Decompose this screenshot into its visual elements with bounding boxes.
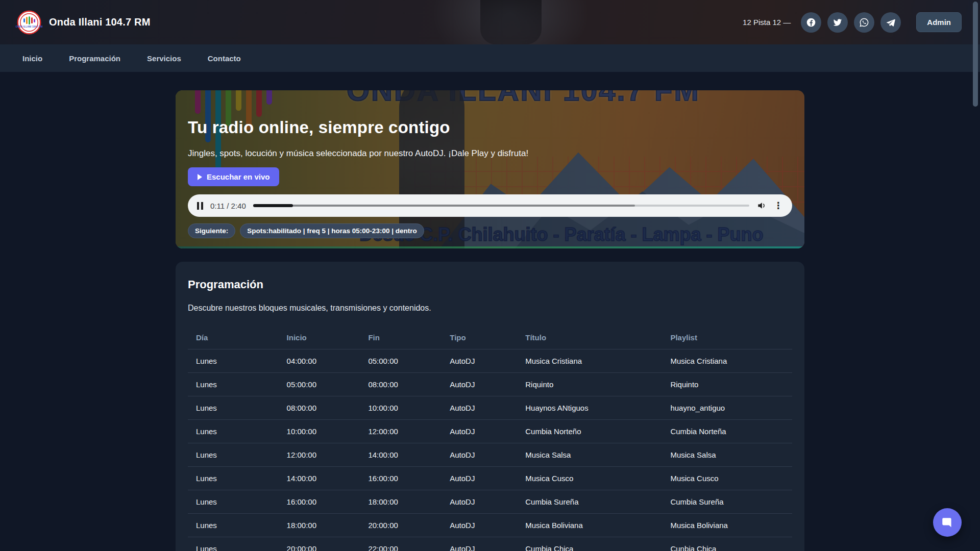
table-cell: Cunbia Chica xyxy=(662,537,792,551)
table-cell: 10:00:00 xyxy=(279,420,360,443)
table-cell: Musica Cristiana xyxy=(517,349,662,373)
table-cell: AutoDJ xyxy=(442,420,517,443)
table-row: Lunes16:00:0018:00:00AutoDJCumbia Sureña… xyxy=(188,490,792,514)
player-played-bar xyxy=(253,204,293,207)
table-cell: AutoDJ xyxy=(442,467,517,490)
table-cell: 16:00:00 xyxy=(360,467,442,490)
table-cell: Lunes xyxy=(188,514,279,537)
next-info-badge: Spots:habilitado | freq 5 | horas 05:00-… xyxy=(240,223,424,238)
table-cell: Lunes xyxy=(188,443,279,467)
schedule-subtitle: Descubre nuestros bloques musicales, tra… xyxy=(188,304,792,313)
table-cell: Cumbia Chica xyxy=(517,537,662,551)
nav-item-programacion[interactable]: Programación xyxy=(69,54,120,63)
table-cell: 05:00:00 xyxy=(279,373,360,396)
hero-title: Tu radio online, siempre contigo xyxy=(188,118,792,137)
table-cell: 14:00:00 xyxy=(279,467,360,490)
equalizer-logo-icon xyxy=(23,16,35,24)
table-cell: AutoDJ xyxy=(442,396,517,420)
table-cell: Musica Cusco xyxy=(517,467,662,490)
facebook-icon xyxy=(806,17,816,28)
audio-player[interactable]: 0:11 / 2:40 ⋮ xyxy=(188,194,792,217)
site-title: Onda Illani 104.7 RM xyxy=(49,16,151,28)
column-header: Inicio xyxy=(279,327,360,349)
table-row: Lunes12:00:0014:00:00AutoDJMusica SalsaM… xyxy=(188,443,792,467)
player-menu-icon[interactable]: ⋮ xyxy=(774,201,783,210)
table-cell: Lunes xyxy=(188,467,279,490)
scrollbar[interactable] xyxy=(973,2,978,107)
now-playing-ticker: 12 Pista 12 — xyxy=(743,18,791,27)
schedule-section: Programación Descubre nuestros bloques m… xyxy=(176,262,804,551)
table-cell: Lunes xyxy=(188,420,279,443)
brand: ONDA ILLANI 104.7 FM Onda Illani 104.7 R… xyxy=(18,12,151,33)
table-cell: 14:00:00 xyxy=(360,443,442,467)
table-cell: 10:00:00 xyxy=(360,396,442,420)
table-cell: 08:00:00 xyxy=(360,373,442,396)
table-cell: Musica Cristiana xyxy=(662,349,792,373)
table-cell: AutoDJ xyxy=(442,537,517,551)
hero-content: Tu radio online, siempre contigo Jingles… xyxy=(176,90,804,186)
volume-icon[interactable] xyxy=(756,201,767,211)
pause-button[interactable] xyxy=(197,202,203,210)
table-cell: 22:00:00 xyxy=(360,537,442,551)
table-cell: 12:00:00 xyxy=(279,443,360,467)
table-row: Lunes18:00:0020:00:00AutoDJMusica Bolivi… xyxy=(188,514,792,537)
column-header: Playlist xyxy=(662,327,792,349)
listen-live-label: Escuchar en vivo xyxy=(207,172,270,181)
table-cell: AutoDJ xyxy=(442,373,517,396)
hero-section: ONDA ILLANI 104.7 FM Desde C.P. Chilahui… xyxy=(176,90,804,248)
table-cell: Lunes xyxy=(188,396,279,420)
table-cell: 05:00:00 xyxy=(360,349,442,373)
table-cell: Cumbia Sureña xyxy=(517,490,662,514)
nav-item-contacto[interactable]: Contacto xyxy=(208,54,241,63)
whatsapp-icon xyxy=(859,17,869,28)
table-cell: Lunes xyxy=(188,349,279,373)
nav-item-inicio[interactable]: Inicio xyxy=(22,54,42,63)
table-cell: 18:00:00 xyxy=(279,514,360,537)
table-cell: AutoDJ xyxy=(442,443,517,467)
table-row: Lunes20:00:0022:00:00AutoDJCumbia ChicaC… xyxy=(188,537,792,551)
admin-button[interactable]: Admin xyxy=(916,12,962,32)
table-cell: Cumbia Norteño xyxy=(517,420,662,443)
table-cell: 08:00:00 xyxy=(279,396,360,420)
twitter-button[interactable] xyxy=(827,12,848,33)
table-row: Lunes05:00:0008:00:00AutoDJRiquintoRiqui… xyxy=(188,373,792,396)
table-cell: 16:00:00 xyxy=(279,490,360,514)
twitter-icon xyxy=(832,17,843,28)
facebook-button[interactable] xyxy=(801,12,821,33)
player-time: 0:11 / 2:40 xyxy=(210,202,246,210)
header-actions: 12 Pista 12 — Admin xyxy=(743,12,962,33)
table-cell: Cumbia Norteña xyxy=(662,420,792,443)
station-logo: ONDA ILLANI 104.7 FM xyxy=(18,12,40,33)
table-cell: Lunes xyxy=(188,490,279,514)
table-cell: Musica Cusco xyxy=(662,467,792,490)
table-cell: 20:00:00 xyxy=(360,514,442,537)
hero-description: Jingles, spots, locución y música selecc… xyxy=(188,148,792,159)
next-label-badge: Siguiente: xyxy=(188,223,235,238)
column-header: Día xyxy=(188,327,279,349)
column-header: Fin xyxy=(360,327,442,349)
main-nav: Inicio Programación Servicios Contacto xyxy=(0,44,980,72)
whatsapp-button[interactable] xyxy=(854,12,874,33)
table-row: Lunes08:00:0010:00:00AutoDJHuaynos ANtig… xyxy=(188,396,792,420)
table-cell: 12:00:00 xyxy=(360,420,442,443)
table-row: Lunes14:00:0016:00:00AutoDJMusica CuscoM… xyxy=(188,467,792,490)
chat-button[interactable] xyxy=(933,508,962,537)
table-cell: AutoDJ xyxy=(442,514,517,537)
column-header: Título xyxy=(517,327,662,349)
table-cell: 18:00:00 xyxy=(360,490,442,514)
table-header-row: DíaInicioFinTipoTítuloPlaylist xyxy=(188,327,792,349)
site-header: ONDA ILLANI 104.7 FM Onda Illani 104.7 R… xyxy=(0,0,980,44)
play-icon xyxy=(198,174,202,180)
player-seekbar[interactable] xyxy=(253,205,749,207)
table-cell: Lunes xyxy=(188,537,279,551)
table-cell: Musica Salsa xyxy=(662,443,792,467)
table-cell: Riquinto xyxy=(662,373,792,396)
table-cell: AutoDJ xyxy=(442,490,517,514)
telegram-button[interactable] xyxy=(880,12,901,33)
table-cell: 20:00:00 xyxy=(279,537,360,551)
listen-live-button[interactable]: Escuchar en vivo xyxy=(188,167,279,186)
table-row: Lunes04:00:0005:00:00AutoDJMusica Cristi… xyxy=(188,349,792,373)
table-cell: 04:00:00 xyxy=(279,349,360,373)
table-cell: AutoDJ xyxy=(442,349,517,373)
nav-item-servicios[interactable]: Servicios xyxy=(147,54,181,63)
